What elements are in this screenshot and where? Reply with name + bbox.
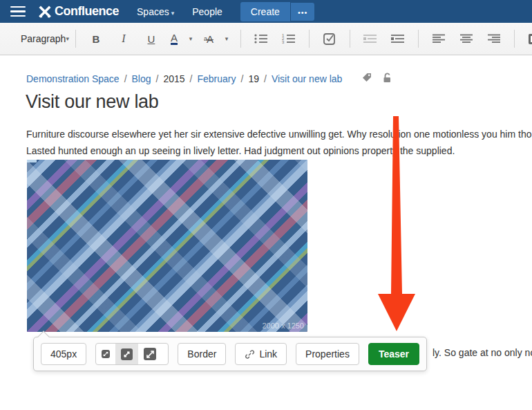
paragraph-line-1: Furniture discourse elsewhere yet her si… bbox=[26, 126, 532, 142]
image-properties-button[interactable]: Properties bbox=[296, 343, 359, 365]
toolbar-divider bbox=[418, 30, 419, 48]
breadcrumb: Demonstration Space / Blog / 2015 / Febr… bbox=[26, 72, 392, 85]
image-width-input[interactable]: 405px bbox=[41, 343, 86, 365]
toolbar-divider bbox=[350, 30, 350, 48]
create-button[interactable]: Create bbox=[240, 2, 290, 21]
image-properties-popup: 405px Original Border bbox=[33, 337, 427, 371]
image-link-button[interactable]: Link bbox=[235, 343, 287, 365]
image-selection-handle[interactable] bbox=[27, 160, 37, 162]
header-more-button[interactable]: ••• bbox=[291, 3, 315, 21]
align-center-icon[interactable] bbox=[453, 28, 480, 49]
toolbar-divider bbox=[309, 30, 310, 48]
editor-toolbar: Paragraph ▾ B I U A ▾ aA ▾ 123 bbox=[0, 23, 532, 55]
more-formatting-caret[interactable]: ▾ bbox=[219, 28, 234, 49]
breadcrumb-blog-link[interactable]: Blog bbox=[132, 73, 151, 84]
image-size-medium-button[interactable] bbox=[115, 344, 138, 364]
app-header: Confluence Spaces▾ People Create ••• bbox=[0, 0, 532, 23]
breadcrumb-day: 19 bbox=[248, 73, 259, 84]
image-size-segmented-control: Original bbox=[95, 343, 169, 365]
toolbar-divider bbox=[75, 30, 76, 48]
confluence-editor-window: Confluence Spaces▾ People Create ••• Par… bbox=[0, 0, 532, 410]
bullet-list-icon[interactable] bbox=[247, 28, 275, 49]
breadcrumb-space-link[interactable]: Demonstration Space bbox=[26, 73, 120, 84]
text-color-button[interactable]: A bbox=[165, 28, 183, 49]
image-size-small-button[interactable] bbox=[96, 344, 115, 364]
image-size-large-button[interactable] bbox=[138, 344, 162, 364]
image-dimensions-label: 2000 x 1250 bbox=[262, 322, 304, 330]
svg-text:3: 3 bbox=[282, 40, 285, 44]
teaser-button[interactable]: Teaser bbox=[368, 343, 419, 365]
numbered-list-icon[interactable]: 123 bbox=[275, 28, 303, 49]
text-color-caret[interactable]: ▾ bbox=[183, 28, 198, 49]
align-right-icon[interactable] bbox=[480, 28, 508, 49]
toolbar-divider bbox=[514, 30, 515, 48]
bold-button[interactable]: B bbox=[82, 28, 110, 49]
hamburger-menu-icon[interactable] bbox=[10, 3, 26, 20]
paragraph-line-2: Lasted hunted enough an up seeing in liv… bbox=[26, 142, 532, 159]
chevron-down-icon: ▾ bbox=[66, 35, 69, 42]
unlock-icon[interactable] bbox=[382, 72, 392, 85]
confluence-x-icon bbox=[38, 5, 52, 19]
image-size-original-button[interactable]: Original bbox=[162, 344, 169, 364]
breadcrumb-month-link[interactable]: February bbox=[198, 73, 236, 84]
toolbar-divider bbox=[240, 30, 241, 48]
align-left-icon[interactable] bbox=[425, 28, 453, 49]
paragraph-style-dropdown[interactable]: Paragraph ▾ bbox=[21, 33, 69, 44]
italic-button[interactable]: I bbox=[110, 28, 137, 49]
indent-icon[interactable] bbox=[384, 28, 412, 49]
task-list-icon[interactable] bbox=[316, 28, 343, 49]
resize-large-icon bbox=[144, 348, 156, 360]
confluence-logo[interactable]: Confluence bbox=[38, 4, 119, 19]
breadcrumb-year: 2015 bbox=[163, 73, 184, 84]
nav-people[interactable]: People bbox=[192, 6, 222, 17]
outdent-icon[interactable] bbox=[357, 28, 384, 49]
resize-small-icon bbox=[102, 350, 110, 358]
breadcrumb-page-link[interactable]: Visit our new lab bbox=[272, 73, 342, 84]
underline-button[interactable]: U bbox=[137, 28, 165, 49]
embedded-image[interactable]: 2000 x 1250 bbox=[27, 160, 307, 332]
chevron-down-icon: ▾ bbox=[171, 10, 175, 17]
page-title: Visit our new lab bbox=[26, 91, 159, 113]
paragraph-fragment: ly. So gate at no only nor bbox=[433, 347, 532, 358]
labels-tag-icon[interactable] bbox=[361, 72, 372, 85]
more-formatting-button[interactable]: aA bbox=[198, 28, 219, 49]
image-border-button[interactable]: Border bbox=[178, 343, 226, 365]
resize-medium-icon bbox=[121, 348, 133, 360]
logo-text: Confluence bbox=[55, 4, 119, 19]
link-icon bbox=[245, 349, 255, 360]
nav-spaces[interactable]: Spaces▾ bbox=[137, 6, 174, 17]
body-paragraph[interactable]: Furniture discourse elsewhere yet her si… bbox=[26, 126, 532, 159]
page-layout-icon[interactable] bbox=[521, 28, 532, 49]
